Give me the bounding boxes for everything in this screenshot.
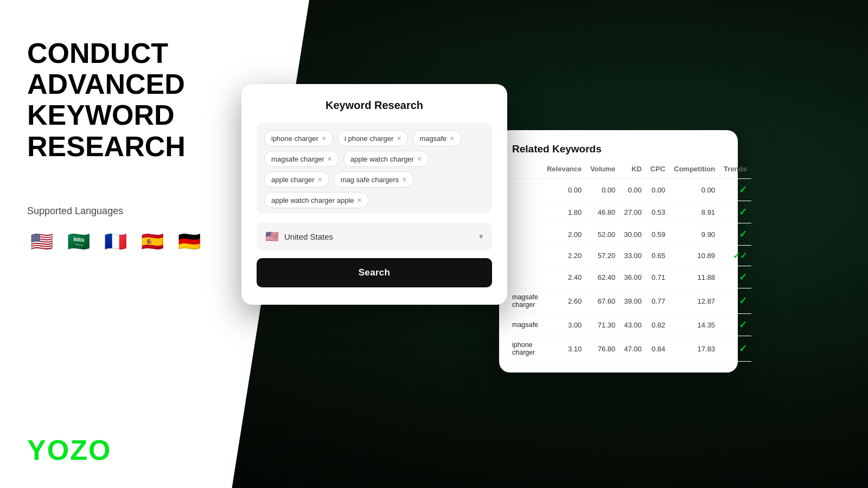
cell-kd: 43.00 [620,314,646,336]
tags-area: iphone charger × i phone charger × magsa… [257,123,492,214]
col-header-cpc: CPC [646,165,669,179]
cell-relevance: 1.80 [542,201,586,223]
cell-kd: 30.00 [620,223,646,246]
cell-cpc: 0.00 [646,179,669,201]
cell-trend: ✓ [719,336,751,362]
main-title: CONDUCT ADVANCED KEYWORD RESEARCH [27,38,260,162]
table-row: magsafe charger 2.60 67.60 39.00 0.77 12… [512,288,751,314]
tag-x-magsafe-charger[interactable]: × [328,155,332,163]
keyword-card-title: Keyword Research [257,99,492,112]
cell-kd: 47.00 [620,336,646,362]
cell-competition: 11.88 [669,266,719,288]
cell-trend: ✓ [719,223,751,246]
tag-magsafe-charger[interactable]: magsafe charger × [264,151,339,167]
flag-sa: 🇸🇦 [64,227,93,256]
flag-es: 🇪🇸 [138,227,167,256]
cell-kd: 0.00 [620,179,646,201]
cell-volume: 76.80 [586,336,620,362]
tag-x-mag-safe-chargers[interactable]: × [402,175,406,184]
keyword-research-card: Keyword Research iphone charger × i phon… [241,84,507,305]
cell-keyword [512,266,542,288]
title-line1: CONDUCT ADVANCED [27,38,260,100]
cell-cpc: 0.84 [646,336,669,362]
cell-volume: 71.30 [586,314,620,336]
cell-volume: 57.20 [586,246,620,266]
cell-trend: ✓ [719,314,751,336]
tag-apple-watch-charger[interactable]: apple watch charger × [343,151,429,167]
cell-relevance: 3.00 [542,314,586,336]
cell-competition: 10.89 [669,246,719,266]
cell-keyword: magsafe charger [512,288,542,314]
cell-relevance: 3.10 [542,336,586,362]
cell-keyword: magsafe [512,314,542,336]
cell-cpc: 0.53 [646,201,669,223]
tag-x-apple-charger[interactable]: × [318,175,322,184]
tag-x-i-phone-charger[interactable]: × [397,134,401,143]
cell-competition: 0.00 [669,179,719,201]
cell-volume: 67.60 [586,288,620,314]
yozo-logo: YOZO [27,434,111,466]
cell-relevance: 2.60 [542,288,586,314]
cell-relevance: 0.00 [542,179,586,201]
tag-apple-watch-charger-apple[interactable]: apple watch charger apple × [264,192,369,208]
cell-competition: 12.87 [669,288,719,314]
tag-x-apple-watch-charger-apple[interactable]: × [358,196,362,204]
tag-magsafe[interactable]: magsafe × [412,130,461,146]
cell-cpc: 0.71 [646,266,669,288]
table-row: 2.00 52.00 30.00 0.59 9.90 ✓ [512,223,751,246]
cell-kd: 27.00 [620,201,646,223]
cell-volume: 52.00 [586,223,620,246]
cell-keyword [512,201,542,223]
cell-competition: 14.35 [669,314,719,336]
cell-volume: 46.80 [586,201,620,223]
flag-us: 🇺🇸 [27,227,56,256]
supported-languages-label: Supported Languages [27,206,260,217]
tag-x-iphone-charger[interactable]: × [322,134,326,143]
cell-trend: ✓ [719,266,751,288]
related-keywords-card: Related Keywords Relevance Volume KD CPC… [499,130,738,373]
tag-x-magsafe[interactable]: × [450,134,454,143]
col-header-keyword [512,165,542,179]
cell-trend: ✓ [719,179,751,201]
cell-trend: ✓ [719,201,751,223]
cell-trend: ✓✓ [719,246,751,266]
tag-i-phone-charger[interactable]: i phone charger × [337,130,409,146]
cell-kd: 33.00 [620,246,646,266]
search-button[interactable]: Search [257,258,492,287]
col-header-trends: Trends [719,165,751,179]
flags-row: 🇺🇸 🇸🇦 🇫🇷 🇪🇸 🇩🇪 [27,227,260,256]
cell-kd: 36.00 [620,266,646,288]
cell-relevance: 2.40 [542,266,586,288]
country-select[interactable]: 🇺🇸 United States ▾ [257,222,492,251]
cell-keyword [512,179,542,201]
country-label: United States [284,232,333,241]
tag-mag-safe-chargers[interactable]: mag safe chargers × [334,171,414,188]
table-row: 2.20 57.20 33.00 0.65 10.89 ✓✓ [512,246,751,266]
col-header-kd: KD [620,165,646,179]
table-row: iphone charger 3.10 76.80 47.00 0.84 17.… [512,336,751,362]
cell-keyword [512,246,542,266]
cell-relevance: 2.20 [542,246,586,266]
country-flag: 🇺🇸 [265,230,279,243]
cell-cpc: 0.59 [646,223,669,246]
cell-cpc: 0.65 [646,246,669,266]
table-row: 0.00 0.00 0.00 0.00 0.00 ✓ [512,179,751,201]
cell-volume: 0.00 [586,179,620,201]
table-row: 2.40 62.40 36.00 0.71 11.88 ✓ [512,266,751,288]
table-row: magsafe 3.00 71.30 43.00 0.82 14.35 ✓ [512,314,751,336]
cell-keyword: iphone charger [512,336,542,362]
cell-keyword [512,223,542,246]
flag-fr: 🇫🇷 [101,227,130,256]
col-header-competition: Competition [669,165,719,179]
cell-competition: 9.90 [669,223,719,246]
cell-cpc: 0.82 [646,314,669,336]
cell-competition: 17.83 [669,336,719,362]
chevron-down-icon: ▾ [479,232,483,241]
related-keywords-table: Relevance Volume KD CPC Competition Tren… [512,165,751,362]
related-keywords-title: Related Keywords [512,143,725,155]
tag-iphone-charger[interactable]: iphone charger × [264,130,333,146]
tag-x-apple-watch-charger[interactable]: × [417,155,422,163]
cell-volume: 62.40 [586,266,620,288]
cell-trend: ✓ [719,288,751,314]
tag-apple-charger[interactable]: apple charger × [264,171,329,188]
